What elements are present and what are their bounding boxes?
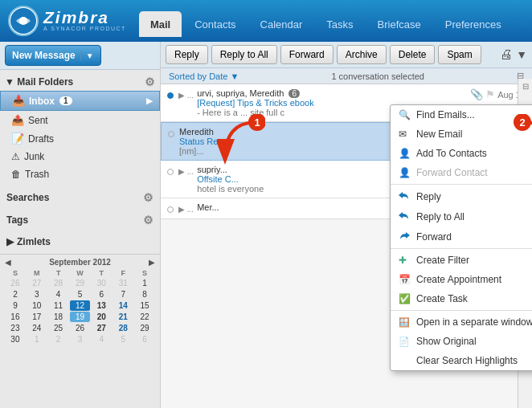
folder-inbox[interactable]: 📥 Inbox 1 ▶ bbox=[0, 91, 160, 111]
sort-label[interactable]: Sorted by Date ▼ bbox=[169, 71, 239, 81]
cal-day[interactable]: 17 bbox=[27, 312, 47, 322]
cal-day[interactable]: 20 bbox=[91, 312, 112, 322]
spam-button[interactable]: Spam bbox=[438, 45, 481, 64]
cal-day[interactable]: 14 bbox=[113, 300, 133, 311]
cal-day[interactable]: 29 bbox=[134, 323, 155, 333]
ctx-forward-contact[interactable]: 👤 Forward Contact bbox=[391, 163, 532, 182]
archive-button[interactable]: Archive bbox=[337, 45, 387, 64]
cal-day[interactable]: 26 bbox=[5, 278, 26, 288]
cal-day[interactable]: 6 bbox=[134, 334, 155, 345]
cal-day[interactable]: 5 bbox=[70, 289, 91, 300]
new-message-button[interactable]: New Message ▼ bbox=[5, 45, 101, 66]
cal-day[interactable]: 30 bbox=[5, 334, 26, 345]
cal-day[interactable]: 27 bbox=[91, 323, 112, 333]
folder-junk[interactable]: ⚠ Junk bbox=[0, 148, 160, 165]
folder-drafts[interactable]: 📝 Drafts bbox=[0, 129, 160, 148]
ctx-forward[interactable]: Forward [f] bbox=[391, 226, 532, 247]
cal-day[interactable]: 28 bbox=[113, 323, 133, 333]
flag-icon[interactable]: ⚑ bbox=[485, 88, 495, 100]
cal-day[interactable]: 23 bbox=[5, 323, 26, 333]
cal-day[interactable]: 3 bbox=[27, 289, 47, 300]
tab-preferences[interactable]: Preferences bbox=[434, 11, 513, 37]
tab-mail[interactable]: Mail bbox=[139, 11, 182, 37]
find-icon: 🔍 bbox=[399, 109, 411, 120]
selection-status: 1 conversation selected bbox=[331, 71, 424, 81]
cal-day[interactable]: 10 bbox=[27, 300, 47, 311]
delete-button[interactable]: Delete bbox=[390, 45, 436, 64]
cal-day[interactable]: 8 bbox=[134, 289, 155, 300]
add-contacts-icon: 👤 bbox=[399, 148, 411, 159]
ctx-create-task[interactable]: ✅ Create Task bbox=[391, 289, 532, 308]
tab-contacts[interactable]: Contacts bbox=[183, 11, 247, 37]
searches-header[interactable]: Searches ⚙ bbox=[0, 188, 160, 207]
cal-day[interactable]: 24 bbox=[27, 323, 47, 333]
attachment-icon: 📎 bbox=[470, 88, 483, 100]
cal-day[interactable]: 9 bbox=[5, 300, 26, 311]
cal-day[interactable]: 1 bbox=[27, 334, 47, 345]
ctx-reply[interactable]: Reply [r] bbox=[391, 186, 532, 206]
zimlets-header[interactable]: ▶ Zimlets bbox=[0, 233, 160, 251]
cal-day[interactable]: 5 bbox=[113, 334, 133, 345]
searches-gear-icon[interactable]: ⚙ bbox=[143, 191, 153, 204]
ctx-create-filter[interactable]: ✚ Create Filter bbox=[391, 251, 532, 270]
forward-icon bbox=[399, 231, 411, 243]
cal-day[interactable]: 31 bbox=[113, 278, 133, 288]
cal-day[interactable]: 13 bbox=[91, 300, 112, 311]
mail-folders-gear-icon[interactable]: ⚙ bbox=[145, 75, 155, 88]
reply-to-all-button[interactable]: Reply to All bbox=[211, 45, 277, 64]
cal-day[interactable]: 26 bbox=[70, 323, 91, 333]
reply-icon bbox=[399, 190, 411, 202]
folder-sent[interactable]: 📤 Sent bbox=[0, 111, 160, 129]
cal-day[interactable]: 2 bbox=[5, 289, 26, 300]
folder-trash[interactable]: 🗑 Trash bbox=[0, 165, 160, 183]
window-icon: 🪟 bbox=[399, 317, 411, 328]
task-icon: ✅ bbox=[399, 293, 411, 304]
cal-day[interactable]: 4 bbox=[48, 289, 69, 300]
app-name: Zimbra bbox=[43, 9, 126, 26]
cal-day[interactable]: 1 bbox=[134, 278, 155, 288]
cal-day[interactable]: 11 bbox=[48, 300, 69, 311]
reply-button[interactable]: Reply bbox=[166, 45, 208, 64]
cal-day[interactable]: 15 bbox=[134, 300, 155, 311]
print-icon[interactable]: 🖨 bbox=[500, 47, 513, 62]
cal-day[interactable]: 16 bbox=[5, 312, 26, 322]
cal-day[interactable]: 3 bbox=[70, 334, 91, 345]
ctx-create-appointment[interactable]: 📅 Create Appointment bbox=[391, 270, 532, 289]
cal-day[interactable]: 22 bbox=[134, 312, 155, 322]
ctx-find-emails[interactable]: 🔍 Find Emails... ▶ 🔍 Received From Sende… bbox=[391, 105, 532, 124]
context-menu: 🔍 Find Emails... ▶ 🔍 Received From Sende… bbox=[390, 104, 532, 371]
ctx-new-email[interactable]: ✉ New Email bbox=[391, 124, 532, 144]
cal-day[interactable]: 25 bbox=[48, 323, 69, 333]
cal-day[interactable]: 27 bbox=[27, 278, 47, 288]
next-month-button[interactable]: ▶ bbox=[149, 258, 155, 267]
expand-icon[interactable]: ▼ bbox=[516, 48, 527, 61]
prev-month-button[interactable]: ◀ bbox=[5, 258, 11, 267]
cal-day[interactable]: 29 bbox=[70, 278, 91, 288]
mini-calendar: ◀ September 2012 ▶ S M T W T F S 26 27 2… bbox=[0, 254, 160, 348]
ctx-show-original[interactable]: 📄 Show Original bbox=[391, 332, 532, 351]
ctx-open-window[interactable]: 🪟 Open in a separate window bbox=[391, 312, 532, 332]
cal-day[interactable]: 6 bbox=[91, 289, 112, 300]
ctx-reply-to-all[interactable]: Reply to All [a] bbox=[391, 206, 532, 226]
tags-gear-icon[interactable]: ⚙ bbox=[143, 214, 153, 226]
cal-day[interactable]: 7 bbox=[113, 289, 133, 300]
cal-day[interactable]: 18 bbox=[48, 312, 69, 322]
tab-briefcase[interactable]: Briefcase bbox=[366, 11, 432, 37]
ctx-add-contacts[interactable]: 👤 Add To Contacts bbox=[391, 144, 532, 163]
cal-day[interactable]: 30 bbox=[91, 278, 112, 288]
tags-header[interactable]: Tags ⚙ bbox=[0, 210, 160, 230]
ctx-clear-search[interactable]: Clear Search Highlights bbox=[391, 351, 532, 370]
forward-button[interactable]: Forward bbox=[280, 45, 334, 64]
tab-tasks[interactable]: Tasks bbox=[315, 11, 364, 37]
cal-day[interactable]: 21 bbox=[113, 312, 133, 322]
collapse-right-icon[interactable]: ⊟ bbox=[522, 82, 529, 91]
cal-day[interactable]: 28 bbox=[48, 278, 69, 288]
cal-day[interactable]: 19 bbox=[70, 312, 91, 322]
reply-all-icon bbox=[399, 210, 411, 222]
cal-day[interactable]: 2 bbox=[48, 334, 69, 345]
inbox-count: 1 bbox=[59, 96, 73, 106]
forward-contact-icon: 👤 bbox=[399, 167, 411, 178]
cal-day-today[interactable]: 12 bbox=[70, 300, 91, 311]
cal-day[interactable]: 4 bbox=[91, 334, 112, 345]
tab-calendar[interactable]: Calendar bbox=[249, 11, 314, 37]
